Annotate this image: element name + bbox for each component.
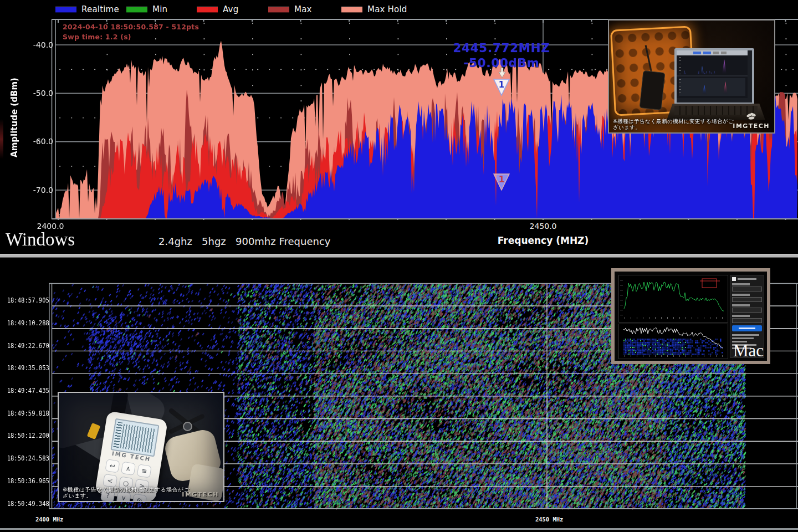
mac-screenshot-inset: Mac	[611, 268, 770, 364]
legend-item-avg: Avg	[197, 4, 238, 14]
marker-frequency-readout: 2445.772MHZ	[441, 42, 562, 55]
legend-label: Avg	[223, 4, 238, 14]
legend-item-min: Min	[126, 4, 167, 14]
spectrum-analyzer-screen: Realtime Min Avg Max Max Hold 2024-04-10…	[0, 0, 798, 532]
status-text-bar	[732, 337, 754, 339]
legend-item-max: Max	[268, 4, 312, 14]
video-edge-artifact	[0, 119, 3, 159]
realtime-trace-swatch-icon	[55, 7, 76, 13]
mac-spectrum-panel	[618, 275, 728, 323]
hardware-photo-inset: ※機種は予告なく最新の機材に変更する場合がございます。 IMGTECH	[608, 19, 775, 134]
marker-1-handle[interactable]: 1	[493, 78, 510, 96]
svg-text:1: 1	[499, 175, 504, 185]
legend-label: Realtime	[81, 4, 119, 14]
threshold-field	[732, 308, 762, 313]
field-label-bar	[732, 283, 750, 285]
brand-watermark: IMGTECH	[182, 491, 219, 498]
svg-text:1: 1	[499, 80, 504, 90]
checkbox-label-bar	[738, 278, 756, 280]
sweep-timestamp: 2024-04-10 18:50:50.587 - 512pts	[63, 22, 199, 32]
mac-waterfall-chart	[619, 324, 727, 357]
imgtech-logo-icon	[745, 111, 758, 122]
max-trace-swatch-icon	[268, 7, 289, 13]
mac-label: Mac	[733, 341, 764, 361]
min-trace-swatch-icon	[126, 7, 147, 13]
waterfall-timestamp: 18:50:49.348	[7, 500, 42, 508]
y-tick--60: -60.0	[19, 137, 53, 146]
marker-cursor-arrow-icon	[498, 67, 507, 78]
x-tick-2450: 2450.0	[526, 222, 560, 231]
waterfall-timestamp: 18:50:24.583	[7, 454, 42, 462]
band-selector-label: 2.4ghz 5hgz 900mhz Frequency	[158, 236, 330, 247]
y-tick--70: -70.0	[19, 186, 53, 195]
waterfall-timestamp: 18:50:12.200	[7, 432, 42, 439]
mac-min-trace-chart	[619, 275, 727, 321]
start-frequency-field	[732, 287, 762, 291]
waterfall-timestamp: 18:49:59.818	[7, 410, 42, 417]
checkbox-icon	[732, 277, 736, 281]
photo-vignette	[59, 393, 223, 501]
legend-item-max-hold: Max Hold	[341, 4, 407, 14]
photo-caption: ※機種は予告なく最新の機材に変更する場合がございます。	[613, 118, 739, 130]
waterfall-timestamp: 18:48:57.905	[7, 296, 42, 304]
resolution-field	[732, 318, 762, 323]
waterfall-timestamp: 18:49:47.435	[7, 387, 42, 395]
legend-label: Min	[152, 4, 167, 14]
mac-checkbox-row	[732, 277, 762, 281]
waterfall-timestamp: 18:49:35.053	[7, 364, 42, 372]
marker-1-shadow-handle[interactable]: 1	[493, 173, 510, 191]
field-label-bar	[732, 315, 750, 317]
waterfall-timestamp: 18:50:36.965	[7, 477, 42, 485]
mac-waterfall-panel	[618, 324, 728, 359]
section-divider	[0, 254, 798, 258]
device-photo-inset: IMG TECH ↩ ∧ ≡ < ○ > ? ∨ ⚙ ※機種は予告なく最新の機材…	[58, 392, 224, 502]
status-text-bar	[732, 334, 759, 336]
y-tick--50: -50.0	[19, 89, 53, 98]
handheld-analyzer	[640, 70, 666, 110]
waterfall-x-tick-2450: 2450 MHz	[535, 516, 572, 523]
y-axis-label: Amplitude (dBm)	[9, 57, 21, 178]
button-label-bar	[739, 328, 755, 329]
bottom-frame-line	[0, 528, 798, 530]
windows-label: Windows	[6, 229, 75, 250]
scan-button	[732, 325, 762, 331]
waterfall-x-tick-2400: 2400 MHz	[35, 516, 73, 523]
laptop-spectrum-app	[677, 50, 748, 98]
brand-watermark: IMGTECH	[733, 122, 770, 130]
max-hold-trace-swatch-icon	[341, 7, 362, 13]
sweep-info: 2024-04-10 18:50:50.587 - 512pts Swp tim…	[63, 22, 199, 42]
waterfall-timestamp: 18:49:10.288	[7, 319, 42, 327]
stop-frequency-field	[732, 297, 762, 302]
photo-caption: ※機種は予告なく最新の機材に変更する場合がございます。	[63, 487, 190, 499]
laptop-screen	[674, 48, 754, 105]
field-label-bar	[732, 304, 750, 306]
x-axis-label: Frequency (MHZ)	[488, 235, 598, 246]
legend-label: Max	[294, 4, 312, 14]
y-tick--40: -40.0	[19, 40, 53, 49]
legend-item-realtime: Realtime	[55, 4, 119, 14]
avg-trace-swatch-icon	[197, 7, 218, 13]
legend-label: Max Hold	[367, 4, 407, 14]
field-label-bar	[732, 294, 750, 296]
sweep-time: Swp time: 1.2 (s)	[63, 32, 199, 42]
waterfall-timestamp: 18:49:22.670	[7, 342, 42, 350]
